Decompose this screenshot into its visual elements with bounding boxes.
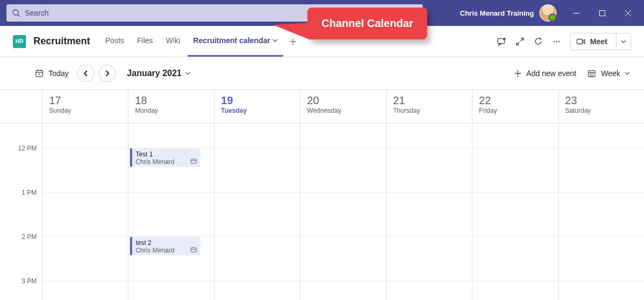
expand-icon[interactable] bbox=[515, 37, 525, 46]
time-slot[interactable] bbox=[43, 237, 128, 281]
day-name: Wednesday bbox=[307, 107, 379, 114]
time-slot[interactable] bbox=[300, 193, 386, 237]
day-header: 18Monday bbox=[128, 90, 214, 124]
time-slot[interactable] bbox=[472, 193, 558, 237]
calendar-event[interactable]: Test 1Chris Menard bbox=[130, 148, 200, 167]
time-slot[interactable] bbox=[128, 193, 214, 237]
day-header: 21Thursday bbox=[387, 90, 472, 124]
time-slot[interactable] bbox=[559, 281, 644, 300]
day-header: 22Friday bbox=[472, 90, 558, 124]
recurrence-icon bbox=[190, 247, 197, 253]
time-slot[interactable] bbox=[387, 148, 472, 193]
meet-dropdown[interactable] bbox=[616, 33, 631, 50]
more-icon[interactable] bbox=[552, 37, 561, 46]
chevron-down-icon bbox=[625, 71, 630, 76]
time-slot[interactable] bbox=[215, 237, 300, 281]
time-slot[interactable] bbox=[128, 281, 214, 300]
day-columns: 17Sunday18MondayTest 1Chris Menardtest 2… bbox=[42, 90, 644, 300]
time-slot[interactable] bbox=[559, 193, 644, 237]
calendar-week-icon bbox=[587, 69, 597, 78]
event-title: Test 1 bbox=[135, 151, 197, 158]
add-event-button[interactable]: Add new event bbox=[513, 69, 577, 78]
refresh-icon[interactable] bbox=[533, 37, 543, 46]
view-switcher[interactable]: Week bbox=[587, 69, 630, 78]
time-slot[interactable] bbox=[43, 281, 128, 300]
time-column: 12 PM 1 PM 2 PM 3 PM bbox=[0, 90, 42, 300]
time-slot[interactable] bbox=[43, 193, 128, 237]
month-picker[interactable]: January 2021 bbox=[127, 69, 190, 78]
reply-icon[interactable] bbox=[497, 37, 506, 46]
svg-rect-26 bbox=[191, 248, 196, 252]
day-name: Thursday bbox=[393, 107, 465, 114]
day-column[interactable]: 22Friday bbox=[472, 90, 558, 300]
time-slot[interactable] bbox=[472, 148, 558, 193]
event-title: test 2 bbox=[135, 239, 197, 247]
event-organizer: Chris Menard bbox=[135, 247, 197, 254]
calendar-grid: 12 PM 1 PM 2 PM 3 PM 17Sunday18MondayTes… bbox=[0, 90, 644, 300]
time-slot[interactable] bbox=[472, 237, 558, 281]
calendar-event[interactable]: test 2Chris Menard bbox=[130, 237, 200, 255]
day-name: Friday bbox=[479, 107, 551, 114]
plus-icon bbox=[513, 69, 522, 78]
meet-label: Meet bbox=[590, 37, 607, 46]
channel-actions: Meet bbox=[497, 33, 631, 50]
tab-recruitment-calendar[interactable]: Recruitment calendar bbox=[188, 26, 283, 57]
svg-point-0 bbox=[13, 10, 18, 15]
day-column[interactable]: 23Saturday bbox=[558, 90, 644, 300]
day-name: Tuesday bbox=[221, 107, 293, 114]
day-number: 19 bbox=[221, 94, 293, 107]
time-slot[interactable] bbox=[300, 237, 386, 281]
prev-button[interactable] bbox=[77, 65, 94, 82]
day-number: 23 bbox=[565, 94, 638, 107]
hour-label: 3 PM bbox=[22, 277, 37, 285]
time-slot[interactable] bbox=[387, 281, 472, 300]
time-slot[interactable] bbox=[559, 148, 644, 193]
time-slot[interactable] bbox=[387, 237, 472, 281]
day-column[interactable]: 21Thursday bbox=[386, 90, 472, 300]
view-label: Week bbox=[601, 69, 620, 78]
time-slot[interactable] bbox=[387, 193, 472, 237]
time-slot[interactable] bbox=[215, 193, 300, 237]
channel-name[interactable]: Recruitment bbox=[33, 36, 90, 47]
day-column[interactable]: 18MondayTest 1Chris Menardtest 2Chris Me… bbox=[128, 90, 214, 300]
event-organizer: Chris Menard bbox=[135, 158, 197, 166]
day-column[interactable]: 20Wednesday bbox=[300, 90, 386, 300]
maximize-button[interactable] bbox=[590, 4, 614, 22]
chevron-down-icon bbox=[621, 39, 626, 44]
day-name: Sunday bbox=[49, 107, 121, 114]
time-slot[interactable] bbox=[43, 148, 128, 193]
hour-label: 12 PM bbox=[18, 145, 37, 152]
meet-button[interactable]: Meet bbox=[570, 33, 631, 50]
search-icon bbox=[12, 9, 20, 17]
day-column[interactable]: 19Tuesday bbox=[214, 90, 300, 300]
svg-point-9 bbox=[553, 40, 554, 42]
time-slot[interactable] bbox=[215, 281, 300, 300]
window-controls bbox=[564, 4, 640, 22]
day-header: 19Tuesday bbox=[215, 90, 300, 124]
calendar-today-icon bbox=[35, 69, 44, 78]
time-slot[interactable] bbox=[559, 237, 644, 281]
time-slot[interactable] bbox=[215, 148, 300, 193]
today-button[interactable]: Today bbox=[30, 65, 73, 81]
avatar[interactable] bbox=[539, 4, 557, 22]
day-column[interactable]: 17Sunday bbox=[42, 90, 128, 300]
tab-wiki[interactable]: Wiki bbox=[161, 26, 186, 57]
time-slot[interactable] bbox=[300, 281, 386, 300]
tab-posts[interactable]: Posts bbox=[100, 26, 129, 57]
today-label: Today bbox=[49, 69, 68, 78]
add-event-label: Add new event bbox=[526, 69, 577, 78]
close-button[interactable] bbox=[616, 4, 640, 22]
minimize-button[interactable] bbox=[564, 4, 588, 22]
svg-rect-12 bbox=[577, 39, 583, 44]
next-button[interactable] bbox=[99, 65, 116, 82]
channel-avatar: HR bbox=[13, 35, 26, 48]
month-label: January 2021 bbox=[127, 69, 181, 78]
time-slot[interactable] bbox=[472, 281, 558, 300]
user-area: Chris Menard Training bbox=[451, 4, 557, 22]
svg-line-1 bbox=[18, 15, 20, 17]
tab-files[interactable]: Files bbox=[132, 26, 159, 57]
time-slot[interactable] bbox=[300, 148, 386, 193]
day-name: Monday bbox=[135, 107, 207, 114]
day-header: 17Sunday bbox=[43, 90, 128, 124]
user-display-name: Chris Menard Training bbox=[460, 9, 534, 17]
